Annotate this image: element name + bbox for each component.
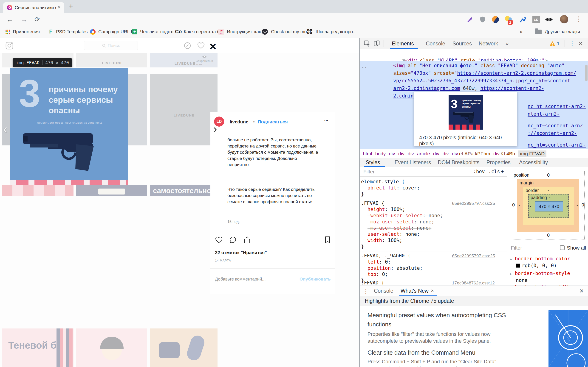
tab-styles[interactable]: Styles <box>366 159 380 166</box>
other-bookmarks[interactable]: Другие закладки <box>545 29 580 34</box>
breadcrumb[interactable]: body <box>375 151 386 156</box>
box-model-padding[interactable]: padding - - - - 470 × 470 <box>528 194 569 218</box>
post-menu-icon[interactable]: ••• <box>324 118 329 122</box>
bookmark-apps[interactable]: Приложения <box>13 29 40 34</box>
css-source-link[interactable]: 65ee22995797.css:25 <box>452 201 495 206</box>
box-model-content[interactable]: 470 × 470 <box>535 201 563 211</box>
tab-console[interactable]: Console <box>426 41 445 47</box>
bookmark-blog[interactable]: Как я перестал б... <box>184 29 224 34</box>
breadcrumb[interactable]: div <box>408 151 414 156</box>
hov-toggle[interactable]: :hov <box>473 169 485 174</box>
styles-filter-input[interactable]: Filter <box>363 169 375 175</box>
drawer-tab-close-icon[interactable]: × <box>431 288 434 294</box>
tab-network[interactable]: Network <box>479 41 498 47</box>
breadcrumb[interactable]: div.eLAPa.kPFhm <box>452 151 490 156</box>
breadcrumb[interactable]: div <box>433 151 439 156</box>
forward-button[interactable]: → <box>21 16 27 23</box>
show-all-checkbox[interactable] <box>560 245 565 250</box>
bookmark-icon[interactable] <box>324 236 331 244</box>
css-prop[interactable]: user-select: none; <box>367 232 420 237</box>
elements-scrollbar[interactable] <box>585 65 588 81</box>
css-prop[interactable]: height: 100%; <box>367 207 405 212</box>
drawer-menu-icon[interactable]: ⋮ <box>363 288 369 295</box>
pen-extension-icon[interactable] <box>466 16 473 23</box>
comment-input[interactable]: Добавьте комментарий... <box>215 277 266 282</box>
box-model-border[interactable]: border - - - - padding - - - - 470 × 470 <box>523 187 574 225</box>
tab-properties[interactable]: Properties <box>486 159 510 166</box>
css-selector[interactable]: element.style { <box>361 179 405 184</box>
cls-toggle[interactable]: .cls <box>488 169 500 174</box>
post-username[interactable]: livedune <box>230 119 248 125</box>
shield-extension-icon[interactable] <box>479 16 486 23</box>
devtools-menu-icon[interactable]: ⋮ <box>569 40 575 47</box>
like-icon[interactable] <box>215 236 223 244</box>
apps-grid-icon[interactable] <box>6 30 10 34</box>
more-tabs-chevron[interactable]: » <box>506 41 509 47</box>
computed-filter-input[interactable]: Filter <box>511 245 522 251</box>
browser-menu-icon[interactable]: ⋮ <box>576 15 582 23</box>
share-icon[interactable] <box>243 236 251 244</box>
post-image[interactable]: 3 причины почему серые сервисы опасны GO… <box>10 68 128 185</box>
bookmarks-overflow-chevron[interactable]: » <box>519 28 523 35</box>
bookmark-checkout[interactable]: Check out my mo... <box>271 29 311 34</box>
modal-close-icon[interactable]: ✕ <box>209 41 217 52</box>
css-prop[interactable]: left: 0; <box>367 259 391 265</box>
eye-extension-icon[interactable] <box>545 16 553 23</box>
css-selector[interactable]: .FFVAD, ._9AhH0 { <box>361 253 410 259</box>
bookmark-school[interactable]: Школа редакторо... <box>316 29 357 34</box>
warning-icon[interactable] <box>549 41 555 46</box>
drawer-tab-console[interactable]: Console <box>374 288 393 294</box>
new-rule-button[interactable]: + <box>501 168 504 175</box>
arrow-extension-icon[interactable] <box>519 16 527 23</box>
comment-icon[interactable] <box>229 236 237 244</box>
swirl-extension-icon[interactable] <box>491 15 500 24</box>
css-prop[interactable]: top: 0; <box>367 272 388 277</box>
css-prop[interactable]: position: absolute; <box>367 265 423 271</box>
breadcrumb[interactable]: article <box>417 151 430 156</box>
css-selector[interactable]: .FFVAD { <box>361 280 384 286</box>
tab-close-icon[interactable]: ✕ <box>57 5 61 10</box>
box-model-margin[interactable]: margin - - - - border - - - - padding - … <box>517 179 579 232</box>
browser-tab[interactable]: Сервис аналитики соцсетей ✕ <box>3 2 64 13</box>
follow-button[interactable]: Подписаться <box>258 119 288 125</box>
publish-button[interactable]: Опубликовать <box>300 277 331 282</box>
css-prop[interactable]: object-fit: cover; <box>367 185 420 191</box>
drawer-tab-whats-new[interactable]: What's New <box>401 288 429 294</box>
tab-accessibility[interactable]: Accessibility <box>519 159 548 166</box>
bookmark-instruction[interactable]: Инструкция: как... <box>227 29 265 34</box>
devtools-close-icon[interactable]: ✕ <box>578 40 583 47</box>
likes-count[interactable]: 22 отметок "Нравится" <box>215 250 267 255</box>
breadcrumb[interactable]: div.KL4Bh <box>493 151 515 156</box>
profile-avatar[interactable] <box>560 15 568 23</box>
css-source-link[interactable]: 17ec9848762e.css:12 <box>452 281 495 286</box>
drawer-close-icon[interactable]: ✕ <box>579 288 584 294</box>
bookmark-checklist[interactable]: Чек-лист подгот... <box>140 29 177 34</box>
tab-event-listeners[interactable]: Event Listeners <box>395 159 431 166</box>
lightbulb-extension-icon[interactable]: 2 <box>505 16 513 23</box>
inspect-cursor-icon[interactable] <box>364 40 370 47</box>
breadcrumb[interactable]: div <box>389 151 395 156</box>
tab-sources[interactable]: Sources <box>452 41 472 47</box>
css-prop-overridden[interactable]: -webkit-user-select: none; <box>367 213 443 218</box>
reload-button[interactable]: ⟳ <box>35 16 40 23</box>
css-source-link[interactable]: 65ee22995797.css:25 <box>452 253 495 259</box>
carousel-next-arrow[interactable]: › <box>213 122 217 136</box>
carousel-prev-arrow[interactable]: ‹ <box>3 122 7 136</box>
breadcrumb[interactable]: div <box>443 151 449 156</box>
breadcrumb[interactable]: div <box>398 151 405 156</box>
breadcrumb-selected[interactable]: img.FFVAD <box>518 150 546 157</box>
css-prop-overridden[interactable]: -ms-user-select: none; <box>367 225 431 231</box>
new-tab-button[interactable]: + <box>69 2 73 10</box>
tab-elements[interactable]: Elements <box>392 41 414 47</box>
computed-prop[interactable]: ▶ border-bottom-style <box>510 271 570 276</box>
device-toolbar-icon[interactable] <box>373 40 380 47</box>
box-model-position[interactable]: position 0 0 0 0 margin - - - - border -… <box>511 171 585 240</box>
livedune-extension-icon[interactable]: LD <box>532 16 540 23</box>
css-selector[interactable]: .FFVAD { <box>361 200 384 206</box>
css-prop[interactable]: width: 100%; <box>367 238 402 243</box>
back-button[interactable]: ← <box>6 16 13 23</box>
computed-prop[interactable]: ▶ border-bottom-color <box>510 256 570 261</box>
breadcrumb[interactable]: html <box>363 151 372 156</box>
css-prop-overridden[interactable]: -moz-user-select: none; <box>367 219 434 225</box>
tab-dom-breakpoints[interactable]: DOM Breakpoints <box>438 159 480 166</box>
